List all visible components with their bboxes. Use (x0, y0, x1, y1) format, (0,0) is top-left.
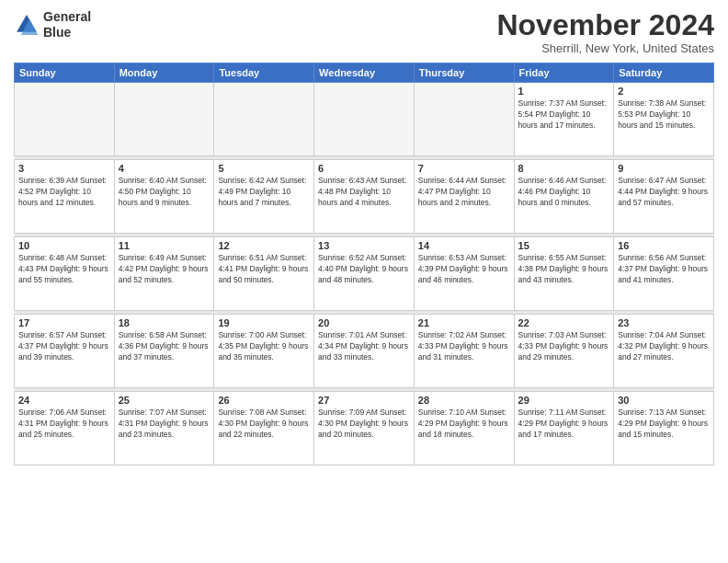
logo-text: General Blue (43, 9, 91, 40)
calendar-cell: 21Sunrise: 7:02 AM Sunset: 4:33 PM Dayli… (414, 315, 514, 388)
page: General Blue November 2024 Sherrill, New… (0, 0, 728, 563)
calendar-cell: 24Sunrise: 7:06 AM Sunset: 4:31 PM Dayli… (15, 392, 115, 465)
day-number: 18 (119, 317, 210, 328)
day-number: 22 (518, 317, 610, 328)
calendar-cell: 7Sunrise: 6:44 AM Sunset: 4:47 PM Daylig… (414, 160, 514, 234)
day-info: Sunrise: 6:58 AM Sunset: 4:36 PM Dayligh… (119, 330, 210, 363)
day-number: 30 (618, 395, 710, 406)
day-number: 4 (119, 163, 210, 174)
day-number: 14 (418, 240, 510, 251)
calendar-cell: 10Sunrise: 6:48 AM Sunset: 4:43 PM Dayli… (15, 237, 115, 311)
calendar-week-2: 3Sunrise: 6:39 AM Sunset: 4:52 PM Daylig… (15, 160, 714, 234)
day-number: 13 (318, 240, 410, 251)
calendar-header-saturday: Saturday (614, 63, 714, 83)
logo-line1: General (43, 9, 91, 25)
calendar-header-monday: Monday (114, 63, 214, 83)
day-info: Sunrise: 7:00 AM Sunset: 4:35 PM Dayligh… (218, 330, 310, 363)
location: Sherrill, New York, United States (496, 41, 714, 55)
day-info: Sunrise: 7:13 AM Sunset: 4:29 PM Dayligh… (618, 408, 710, 441)
day-number: 23 (618, 317, 710, 328)
calendar-cell: 18Sunrise: 6:58 AM Sunset: 4:36 PM Dayli… (114, 315, 214, 388)
calendar-header-friday: Friday (514, 63, 614, 83)
logo-icon (14, 12, 40, 38)
calendar-cell: 1Sunrise: 7:37 AM Sunset: 5:54 PM Daylig… (514, 83, 614, 156)
day-number: 7 (418, 163, 510, 174)
header: General Blue November 2024 Sherrill, New… (14, 9, 714, 55)
calendar-cell: 15Sunrise: 6:55 AM Sunset: 4:38 PM Dayli… (514, 237, 614, 311)
day-number: 27 (318, 395, 410, 406)
calendar-header-thursday: Thursday (414, 63, 514, 83)
calendar-cell (314, 83, 415, 156)
day-number: 8 (518, 163, 610, 174)
day-info: Sunrise: 6:42 AM Sunset: 4:49 PM Dayligh… (218, 176, 310, 209)
day-info: Sunrise: 6:52 AM Sunset: 4:40 PM Dayligh… (318, 253, 410, 286)
calendar-week-1: 1Sunrise: 7:37 AM Sunset: 5:54 PM Daylig… (15, 83, 714, 156)
title-block: November 2024 Sherrill, New York, United… (496, 9, 714, 55)
calendar-cell: 23Sunrise: 7:04 AM Sunset: 4:32 PM Dayli… (614, 315, 714, 388)
calendar-cell: 25Sunrise: 7:07 AM Sunset: 4:31 PM Dayli… (114, 392, 214, 465)
calendar-header-row: SundayMondayTuesdayWednesdayThursdayFrid… (15, 63, 714, 83)
calendar-header-tuesday: Tuesday (214, 63, 314, 83)
day-info: Sunrise: 6:53 AM Sunset: 4:39 PM Dayligh… (418, 253, 510, 286)
day-info: Sunrise: 7:37 AM Sunset: 5:54 PM Dayligh… (518, 98, 610, 132)
calendar-cell: 19Sunrise: 7:00 AM Sunset: 4:35 PM Dayli… (214, 315, 314, 388)
day-info: Sunrise: 7:01 AM Sunset: 4:34 PM Dayligh… (318, 330, 410, 363)
calendar-cell: 13Sunrise: 6:52 AM Sunset: 4:40 PM Dayli… (314, 237, 415, 311)
calendar-cell: 6Sunrise: 6:43 AM Sunset: 4:48 PM Daylig… (314, 160, 415, 234)
day-info: Sunrise: 7:07 AM Sunset: 4:31 PM Dayligh… (119, 408, 210, 441)
day-info: Sunrise: 7:02 AM Sunset: 4:33 PM Dayligh… (418, 330, 510, 363)
day-number: 29 (518, 395, 610, 406)
day-number: 3 (18, 163, 110, 174)
day-number: 26 (218, 395, 310, 406)
day-info: Sunrise: 6:39 AM Sunset: 4:52 PM Dayligh… (18, 176, 110, 209)
calendar-cell (414, 83, 514, 156)
day-number: 21 (418, 317, 510, 328)
calendar-week-5: 24Sunrise: 7:06 AM Sunset: 4:31 PM Dayli… (15, 392, 714, 465)
day-info: Sunrise: 7:04 AM Sunset: 4:32 PM Dayligh… (618, 330, 710, 363)
day-number: 17 (18, 317, 110, 328)
day-number: 2 (618, 86, 710, 97)
day-info: Sunrise: 6:56 AM Sunset: 4:37 PM Dayligh… (618, 253, 710, 286)
calendar-cell: 3Sunrise: 6:39 AM Sunset: 4:52 PM Daylig… (15, 160, 115, 234)
calendar-cell (214, 83, 314, 156)
month-title: November 2024 (496, 9, 714, 41)
day-number: 20 (318, 317, 410, 328)
day-info: Sunrise: 6:48 AM Sunset: 4:43 PM Dayligh… (18, 253, 110, 286)
day-number: 25 (119, 395, 210, 406)
day-number: 12 (218, 240, 310, 251)
calendar-cell: 17Sunrise: 6:57 AM Sunset: 4:37 PM Dayli… (15, 315, 115, 388)
calendar-cell (15, 83, 115, 156)
day-info: Sunrise: 6:55 AM Sunset: 4:38 PM Dayligh… (518, 253, 610, 286)
day-info: Sunrise: 7:06 AM Sunset: 4:31 PM Dayligh… (18, 408, 110, 441)
calendar-cell: 27Sunrise: 7:09 AM Sunset: 4:30 PM Dayli… (314, 392, 415, 465)
day-info: Sunrise: 7:38 AM Sunset: 5:53 PM Dayligh… (618, 98, 710, 132)
day-info: Sunrise: 6:44 AM Sunset: 4:47 PM Dayligh… (418, 176, 510, 209)
day-number: 5 (218, 163, 310, 174)
calendar: SundayMondayTuesdayWednesdayThursdayFrid… (14, 63, 714, 465)
day-number: 10 (18, 240, 110, 251)
calendar-cell: 29Sunrise: 7:11 AM Sunset: 4:29 PM Dayli… (514, 392, 614, 465)
calendar-cell: 5Sunrise: 6:42 AM Sunset: 4:49 PM Daylig… (214, 160, 314, 234)
calendar-cell: 2Sunrise: 7:38 AM Sunset: 5:53 PM Daylig… (614, 83, 714, 156)
day-info: Sunrise: 6:57 AM Sunset: 4:37 PM Dayligh… (18, 330, 110, 363)
logo-line2: Blue (43, 25, 91, 40)
day-info: Sunrise: 7:03 AM Sunset: 4:33 PM Dayligh… (518, 330, 610, 363)
day-info: Sunrise: 7:10 AM Sunset: 4:29 PM Dayligh… (418, 408, 510, 441)
calendar-cell: 26Sunrise: 7:08 AM Sunset: 4:30 PM Dayli… (214, 392, 314, 465)
day-number: 19 (218, 317, 310, 328)
day-info: Sunrise: 7:09 AM Sunset: 4:30 PM Dayligh… (318, 408, 410, 441)
day-number: 9 (618, 163, 710, 174)
day-info: Sunrise: 6:49 AM Sunset: 4:42 PM Dayligh… (119, 253, 210, 286)
day-info: Sunrise: 6:47 AM Sunset: 4:44 PM Dayligh… (618, 176, 710, 209)
day-number: 6 (318, 163, 410, 174)
calendar-cell (114, 83, 214, 156)
day-info: Sunrise: 6:51 AM Sunset: 4:41 PM Dayligh… (218, 253, 310, 286)
day-info: Sunrise: 6:43 AM Sunset: 4:48 PM Dayligh… (318, 176, 410, 209)
calendar-cell: 28Sunrise: 7:10 AM Sunset: 4:29 PM Dayli… (414, 392, 514, 465)
calendar-cell: 16Sunrise: 6:56 AM Sunset: 4:37 PM Dayli… (614, 237, 714, 311)
day-info: Sunrise: 6:40 AM Sunset: 4:50 PM Dayligh… (119, 176, 210, 209)
calendar-cell: 4Sunrise: 6:40 AM Sunset: 4:50 PM Daylig… (114, 160, 214, 234)
calendar-cell: 11Sunrise: 6:49 AM Sunset: 4:42 PM Dayli… (114, 237, 214, 311)
calendar-cell: 8Sunrise: 6:46 AM Sunset: 4:46 PM Daylig… (514, 160, 614, 234)
calendar-cell: 20Sunrise: 7:01 AM Sunset: 4:34 PM Dayli… (314, 315, 415, 388)
